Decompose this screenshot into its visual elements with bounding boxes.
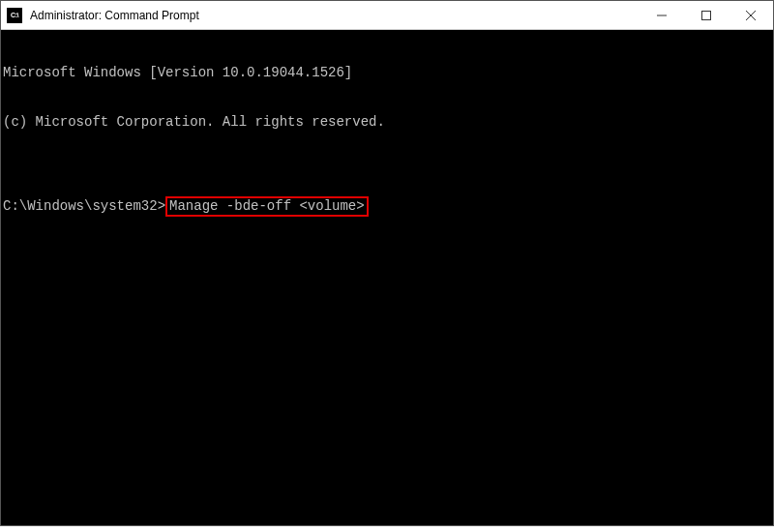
close-button[interactable] xyxy=(729,1,773,29)
cmd-icon: C:\ xyxy=(7,8,22,23)
maximize-icon xyxy=(701,11,711,20)
close-icon xyxy=(746,11,756,20)
terminal-area[interactable]: Microsoft Windows [Version 10.0.19044.15… xyxy=(1,30,773,525)
cmd-window: C:\ Administrator: Command Prompt Micros… xyxy=(0,0,774,526)
cmd-icon-label: C:\ xyxy=(11,12,18,18)
window-title: Administrator: Command Prompt xyxy=(30,9,640,22)
command-highlight: Manage -bde-off <volume> xyxy=(165,196,369,217)
prompt-text: C:\Windows\system32> xyxy=(3,198,165,215)
titlebar[interactable]: C:\ Administrator: Command Prompt xyxy=(1,1,773,30)
command-text: Manage -bde-off <volume> xyxy=(169,198,365,214)
svg-rect-1 xyxy=(702,11,711,19)
version-line: Microsoft Windows [Version 10.0.19044.15… xyxy=(3,65,773,81)
minimize-icon xyxy=(657,11,667,20)
prompt-line: C:\Windows\system32>Manage -bde-off <vol… xyxy=(3,196,773,217)
maximize-button[interactable] xyxy=(684,1,729,29)
copyright-line: (c) Microsoft Corporation. All rights re… xyxy=(3,114,773,131)
window-controls xyxy=(640,1,773,29)
minimize-button[interactable] xyxy=(640,1,684,29)
